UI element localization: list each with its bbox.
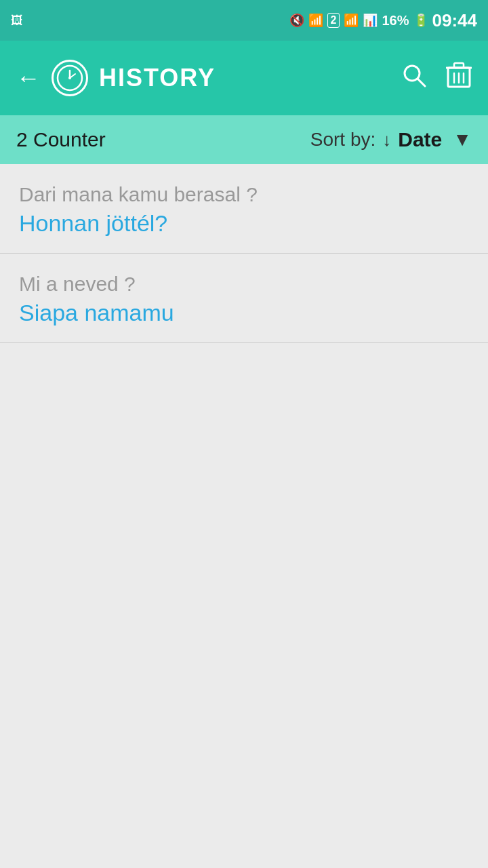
svg-point-3 [68,77,71,79]
delete-button[interactable] [446,61,472,96]
sort-direction-icon: ↓ [382,130,391,151]
sort-dropdown-icon[interactable]: ▼ [453,129,472,151]
battery-icon: 🔋 [413,13,428,28]
mute-icon: 🔇 [289,13,304,28]
list-item[interactable]: Dari mana kamu berasal ? Honnan jöttél? [0,164,488,254]
item-translation-text: Siapa namamu [19,300,469,326]
status-bar: 🖼 🔇 📶 2 📶 📊 16% 🔋 09:44 [0,0,488,41]
app-bar-actions [401,61,472,96]
app-bar: ← HISTORY [0,41,488,115]
sort-by-label: Sort by: [310,129,375,151]
item-original-text: Dari mana kamu berasal ? [19,183,469,206]
wifi-icon: 📶 [308,13,323,28]
status-bar-left: 🖼 [11,14,23,28]
back-button[interactable]: ← [16,66,41,90]
page-title: HISTORY [99,64,216,92]
search-button[interactable] [401,62,427,94]
history-list: Dari mana kamu berasal ? Honnan jöttél? … [0,164,488,343]
counter-label: 2 Counter [16,128,106,151]
status-bar-right: 🔇 📶 2 📶 📊 16% 🔋 09:44 [289,10,477,31]
data-icon: 📊 [363,13,378,28]
sort-controls[interactable]: Sort by: ↓ Date ▼ [310,128,472,151]
sim-icon: 2 [327,13,340,28]
sort-bar: 2 Counter Sort by: ↓ Date ▼ [0,115,488,164]
signal-icon: 📶 [344,13,359,28]
list-item[interactable]: Mi a neved ? Siapa namamu [0,254,488,343]
history-clock-icon [52,60,88,96]
svg-line-5 [418,79,425,86]
clock-display: 09:44 [432,10,478,31]
battery-text: 16% [382,13,409,28]
image-icon: 🖼 [11,14,23,28]
item-translation-text: Honnan jöttél? [19,210,469,237]
sort-value-label: Date [398,128,442,151]
empty-content-area [0,343,488,868]
svg-rect-8 [454,63,464,68]
item-original-text: Mi a neved ? [19,273,469,296]
